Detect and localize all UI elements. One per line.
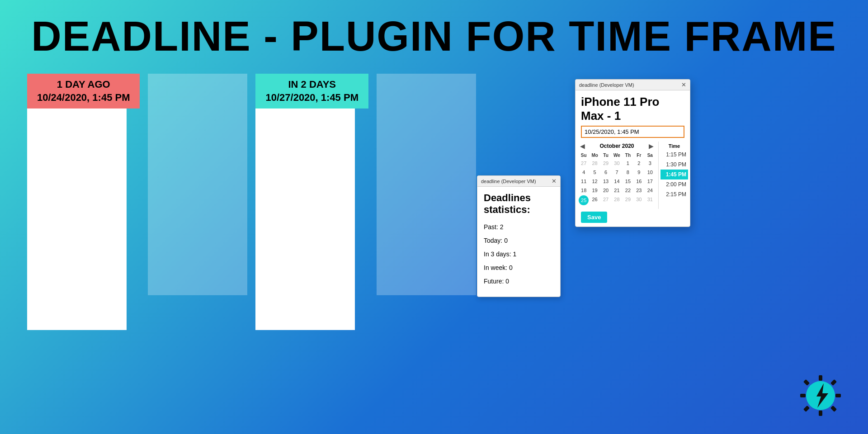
time-item-selected[interactable]: 1:45 PM bbox=[660, 170, 688, 179]
stats-future: Future: 0 bbox=[484, 278, 554, 285]
cal-day[interactable]: 3 bbox=[645, 159, 656, 167]
card-spacer-2 bbox=[377, 74, 476, 295]
cal-day[interactable]: 23 bbox=[633, 186, 644, 194]
calendar-grid-area: ◀ October 2020 ▶ Su Mo Tu We Th Fr Sa 27… bbox=[576, 142, 690, 209]
svg-rect-3 bbox=[835, 394, 841, 397]
time-item[interactable]: 1:15 PM bbox=[660, 150, 688, 160]
svg-rect-6 bbox=[803, 406, 810, 412]
calendar-month-label: October 2020 bbox=[599, 143, 634, 149]
day-header-su: Su bbox=[578, 152, 589, 158]
card-past-body bbox=[27, 108, 127, 330]
cal-day[interactable]: 8 bbox=[623, 168, 633, 176]
time-list: 1:15 PM 1:30 PM 1:45 PM 2:00 PM 2:15 PM bbox=[660, 150, 688, 205]
day-header-tu: Tu bbox=[600, 152, 611, 158]
cal-day[interactable]: 27 bbox=[600, 195, 611, 205]
svg-rect-5 bbox=[830, 379, 837, 386]
cal-day[interactable]: 1 bbox=[623, 159, 633, 167]
cal-day[interactable]: 30 bbox=[633, 195, 644, 205]
calendar-prev-button[interactable]: ◀ bbox=[578, 142, 587, 150]
card-past-label: 1 DAY AGO 10/24/2020, 1:45 PM bbox=[27, 74, 140, 108]
cal-day[interactable]: 18 bbox=[578, 186, 589, 194]
logo-icon bbox=[800, 375, 841, 416]
card-spacer-1-body bbox=[148, 74, 247, 295]
calendar-save-button[interactable]: Save bbox=[581, 212, 607, 223]
cal-day[interactable]: 10 bbox=[645, 168, 656, 176]
cal-day[interactable]: 27 bbox=[578, 159, 589, 167]
calendar-close-button[interactable]: ✕ bbox=[681, 81, 686, 88]
time-item[interactable]: 1:30 PM bbox=[660, 160, 688, 170]
cal-day[interactable]: 6 bbox=[600, 168, 611, 176]
svg-rect-2 bbox=[800, 394, 806, 397]
svg-rect-4 bbox=[803, 379, 810, 386]
calendar-nav: ◀ October 2020 ▶ bbox=[578, 142, 656, 151]
svg-rect-7 bbox=[830, 406, 837, 412]
page-title: DEADLINE - PLUGIN FOR TIME FRAME bbox=[0, 0, 868, 60]
stats-today: Today: 0 bbox=[484, 237, 554, 244]
card-past: 1 DAY AGO 10/24/2020, 1:45 PM bbox=[27, 74, 140, 330]
calendar-next-button[interactable]: ▶ bbox=[647, 142, 656, 150]
time-item[interactable]: 2:15 PM bbox=[660, 189, 688, 199]
calendar-device-title: iPhone 11 Pro Max - 1 bbox=[576, 90, 690, 126]
day-header-th: Th bbox=[623, 152, 633, 158]
stats-popup-header: deadline (Developer VM) ✕ bbox=[477, 176, 560, 187]
logo-svg bbox=[800, 375, 841, 416]
cal-day[interactable]: 9 bbox=[633, 168, 644, 176]
calendar-popup: deadline (Developer VM) ✕ iPhone 11 Pro … bbox=[575, 79, 690, 227]
card-future-line2: 10/27/2020, 1:45 PM bbox=[265, 91, 358, 104]
day-header-mo: Mo bbox=[589, 152, 600, 158]
stats-inweek: In week: 0 bbox=[484, 264, 554, 271]
cal-day[interactable]: 28 bbox=[611, 195, 622, 205]
card-future-label: IN 2 DAYS 10/27/2020, 1:45 PM bbox=[255, 74, 368, 108]
stats-popup-title: deadline (Developer VM) bbox=[481, 179, 536, 184]
stats-past: Past: 2 bbox=[484, 223, 554, 231]
cal-day[interactable]: 11 bbox=[578, 177, 589, 185]
cal-day[interactable]: 15 bbox=[623, 177, 633, 185]
time-item[interactable]: 2:00 PM bbox=[660, 179, 688, 189]
cal-day[interactable]: 14 bbox=[611, 177, 622, 185]
card-spacer-1 bbox=[148, 74, 247, 295]
cal-day[interactable]: 2 bbox=[633, 159, 644, 167]
day-header-we: We bbox=[611, 152, 622, 158]
card-future-body bbox=[255, 108, 355, 330]
cal-day-selected[interactable]: 25 bbox=[579, 195, 589, 205]
stats-heading: Deadlines statistics: bbox=[484, 192, 554, 216]
day-header-sa: Sa bbox=[645, 152, 656, 158]
stats-popup-body: Deadlines statistics: Past: 2 Today: 0 I… bbox=[477, 187, 560, 297]
cal-day[interactable]: 24 bbox=[645, 186, 656, 194]
cal-day[interactable]: 30 bbox=[611, 159, 622, 167]
svg-rect-0 bbox=[819, 375, 822, 381]
cal-day[interactable]: 28 bbox=[589, 159, 600, 167]
cal-day[interactable]: 12 bbox=[589, 177, 600, 185]
cal-day[interactable]: 22 bbox=[623, 186, 633, 194]
calendar-time-header: Time bbox=[660, 142, 688, 150]
calendar-days-header: Su Mo Tu We Th Fr Sa bbox=[578, 152, 656, 158]
cal-day[interactable]: 21 bbox=[611, 186, 622, 194]
calendar-days-grid: 27 28 29 30 1 2 3 4 5 6 7 8 9 10 11 12 1… bbox=[578, 159, 656, 205]
stats-popup: deadline (Developer VM) ✕ Deadlines stat… bbox=[477, 175, 561, 297]
cal-day[interactable]: 7 bbox=[611, 168, 622, 176]
cal-day[interactable]: 13 bbox=[600, 177, 611, 185]
cal-day[interactable]: 26 bbox=[589, 195, 600, 205]
calendar-time-panel: Time 1:15 PM 1:30 PM 1:45 PM 2:00 PM 2:1… bbox=[658, 142, 690, 209]
cal-day[interactable]: 16 bbox=[633, 177, 644, 185]
card-future-line1: IN 2 DAYS bbox=[265, 78, 358, 91]
cal-day[interactable]: 19 bbox=[589, 186, 600, 194]
cal-day[interactable]: 17 bbox=[645, 177, 656, 185]
cal-day[interactable]: 29 bbox=[600, 159, 611, 167]
cards-area: 1 DAY AGO 10/24/2020, 1:45 PM IN 2 DAYS … bbox=[0, 74, 868, 330]
cal-day[interactable]: 20 bbox=[600, 186, 611, 194]
card-past-line1: 1 DAY AGO bbox=[37, 78, 130, 91]
calendar-left: ◀ October 2020 ▶ Su Mo Tu We Th Fr Sa 27… bbox=[576, 142, 658, 209]
stats-in3days: In 3 days: 1 bbox=[484, 250, 554, 258]
calendar-date-input[interactable] bbox=[581, 126, 684, 138]
card-spacer-2-body bbox=[377, 74, 476, 295]
card-past-line2: 10/24/2020, 1:45 PM bbox=[37, 91, 130, 104]
calendar-header-bar: deadline (Developer VM) ✕ bbox=[576, 80, 690, 90]
stats-popup-close-button[interactable]: ✕ bbox=[552, 178, 557, 184]
cal-day[interactable]: 29 bbox=[623, 195, 633, 205]
cal-day[interactable]: 4 bbox=[578, 168, 589, 176]
day-header-fr: Fr bbox=[633, 152, 644, 158]
cal-day[interactable]: 5 bbox=[589, 168, 600, 176]
cal-day[interactable]: 31 bbox=[645, 195, 656, 205]
calendar-header-label: deadline (Developer VM) bbox=[579, 82, 634, 88]
